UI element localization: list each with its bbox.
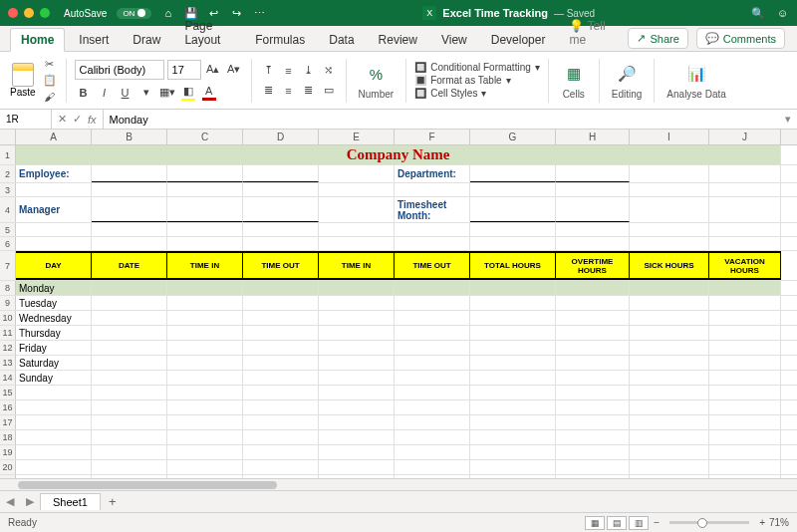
cell[interactable] — [709, 415, 781, 429]
cell[interactable] — [92, 237, 167, 250]
paste-button[interactable]: Paste — [6, 61, 40, 100]
number-group[interactable]: % Number — [355, 61, 398, 100]
cell[interactable] — [556, 400, 630, 414]
cell[interactable] — [319, 341, 395, 355]
cell[interactable] — [470, 371, 556, 385]
enter-formula-icon[interactable]: ✓ — [73, 113, 82, 126]
cell[interactable]: Monday — [16, 281, 92, 295]
cancel-formula-icon[interactable]: ✕ — [58, 113, 67, 126]
cell[interactable] — [630, 281, 709, 295]
cell[interactable] — [556, 197, 630, 222]
fill-color-button[interactable]: ◧ — [179, 84, 197, 102]
tab-developer[interactable]: Developer — [481, 29, 556, 51]
cell[interactable] — [167, 223, 243, 236]
col-header[interactable]: H — [556, 130, 630, 144]
tab-insert[interactable]: Insert — [69, 29, 119, 51]
cell[interactable] — [319, 445, 395, 459]
cell[interactable] — [243, 445, 319, 459]
tab-page-layout[interactable]: Page Layout — [174, 15, 241, 51]
cell[interactable] — [556, 165, 630, 182]
cell[interactable] — [167, 430, 243, 444]
cell[interactable] — [709, 356, 781, 370]
cell[interactable] — [92, 371, 167, 385]
cell[interactable] — [470, 341, 556, 355]
cell[interactable] — [319, 281, 395, 295]
cell[interactable] — [709, 197, 781, 222]
cell[interactable] — [319, 311, 395, 325]
underline-menu-icon[interactable]: ▾ — [137, 84, 155, 102]
tab-view[interactable]: View — [431, 29, 477, 51]
cell[interactable] — [395, 183, 470, 196]
next-sheet-icon[interactable]: ▶ — [20, 495, 40, 508]
cell[interactable] — [243, 371, 319, 385]
cell[interactable] — [395, 356, 470, 370]
cell[interactable] — [470, 430, 556, 444]
copy-icon[interactable]: 📋 — [42, 74, 58, 88]
cell[interactable] — [16, 430, 92, 444]
cell[interactable]: Wednesday — [16, 311, 92, 325]
cell[interactable] — [556, 311, 630, 325]
cell[interactable] — [470, 311, 556, 325]
document-title[interactable]: Excel Time Tracking — [442, 7, 548, 19]
table-header[interactable]: VACATION HOURS — [709, 251, 781, 280]
cell[interactable] — [319, 183, 395, 196]
horizontal-scrollbar[interactable] — [0, 478, 797, 490]
cell[interactable] — [630, 197, 709, 222]
cell[interactable] — [395, 237, 470, 250]
align-bottom-icon[interactable]: ⤓ — [300, 62, 318, 80]
cell[interactable] — [92, 197, 167, 222]
cell[interactable] — [243, 341, 319, 355]
cell[interactable] — [395, 386, 470, 399]
cell[interactable] — [319, 296, 395, 310]
cell[interactable] — [395, 460, 470, 474]
cell[interactable] — [243, 197, 319, 222]
cell[interactable] — [470, 356, 556, 370]
close-icon[interactable] — [8, 8, 18, 18]
cell[interactable] — [319, 356, 395, 370]
tab-home[interactable]: Home — [10, 28, 65, 52]
cell[interactable] — [556, 460, 630, 474]
cell[interactable] — [243, 165, 319, 182]
cell[interactable] — [167, 183, 243, 196]
col-header[interactable]: D — [243, 130, 319, 144]
cell[interactable] — [395, 281, 470, 295]
cell[interactable] — [319, 400, 395, 414]
cell[interactable] — [167, 165, 243, 182]
cells-group[interactable]: ▦Cells — [557, 61, 591, 100]
cell[interactable] — [470, 237, 556, 250]
cell[interactable] — [395, 445, 470, 459]
cell[interactable] — [630, 296, 709, 310]
align-left-icon[interactable]: ≣ — [260, 82, 278, 100]
cell[interactable]: Employee: — [16, 165, 92, 182]
cell[interactable] — [709, 460, 781, 474]
format-painter-icon[interactable]: 🖌 — [42, 90, 58, 104]
cell[interactable]: Sunday — [16, 371, 92, 385]
cell[interactable] — [395, 296, 470, 310]
increase-font-icon[interactable]: A▴ — [204, 61, 222, 79]
tab-data[interactable]: Data — [319, 29, 364, 51]
col-header[interactable]: I — [630, 130, 709, 144]
cell[interactable] — [709, 371, 781, 385]
zoom-out-icon[interactable]: − — [654, 517, 660, 528]
cell[interactable] — [243, 296, 319, 310]
cell[interactable] — [395, 415, 470, 429]
cell[interactable] — [470, 183, 556, 196]
cell[interactable] — [470, 197, 556, 222]
cell[interactable] — [319, 223, 395, 236]
cell[interactable]: Thursday — [16, 326, 92, 340]
table-header[interactable]: DAY — [16, 251, 92, 280]
cell[interactable]: Manager — [16, 197, 92, 222]
cell[interactable] — [556, 430, 630, 444]
cell[interactable] — [556, 296, 630, 310]
cell[interactable] — [167, 237, 243, 250]
cell[interactable] — [630, 386, 709, 399]
cell[interactable] — [470, 326, 556, 340]
tab-tell-me[interactable]: 💡 Tell me — [559, 15, 618, 51]
cell[interactable] — [319, 165, 395, 182]
cell[interactable] — [556, 371, 630, 385]
cell[interactable] — [92, 165, 167, 182]
cell[interactable] — [470, 281, 556, 295]
comments-button[interactable]: 💬 Comments — [696, 28, 785, 49]
cell[interactable] — [319, 460, 395, 474]
cell[interactable] — [470, 400, 556, 414]
